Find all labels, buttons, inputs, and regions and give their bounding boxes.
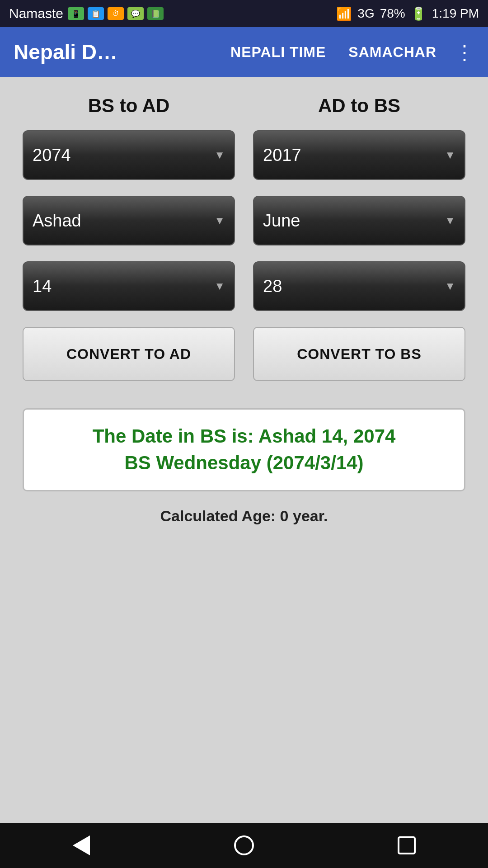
status-left: Namaste 📱 📋 ⏱ 💬 📗 <box>9 6 164 21</box>
battery-icon: 🔋 <box>411 6 427 21</box>
date-converter: BS to AD 2074 ▼ Ashad ▼ 14 ▼ CONVERT TO … <box>23 95 465 395</box>
header: Nepali D… NEPALI TIME SAMACHAR ⋮ <box>0 27 488 77</box>
bs-month-value: Ashad <box>33 211 81 231</box>
ad-year-arrow: ▼ <box>445 149 455 161</box>
status-icon-5: 📗 <box>147 7 164 20</box>
header-nav: NEPALI TIME SAMACHAR <box>230 44 436 61</box>
status-icon-3: ⏱ <box>108 7 124 20</box>
ad-to-bs-column: AD to BS 2017 ▼ June ▼ 28 ▼ CONVERT TO B… <box>253 95 465 395</box>
convert-to-ad-button[interactable]: CONVERT TO AD <box>23 327 235 381</box>
bs-to-ad-column: BS to AD 2074 ▼ Ashad ▼ 14 ▼ CONVERT TO … <box>23 95 235 395</box>
bs-month-arrow: ▼ <box>214 214 225 227</box>
bs-day-arrow: ▼ <box>214 280 225 292</box>
status-icons: 📱 📋 ⏱ 💬 📗 <box>68 7 164 20</box>
status-bar: Namaste 📱 📋 ⏱ 💬 📗 📶 3G 78% 🔋 1:19 PM <box>0 0 488 27</box>
calculated-age: Calculated Age: 0 year. <box>23 507 465 525</box>
home-button[interactable] <box>226 827 262 863</box>
bs-day-value: 14 <box>33 277 52 296</box>
result-box: The Date in BS is: Ashad 14, 2074BS Wedn… <box>23 408 465 491</box>
bs-day-dropdown[interactable]: 14 ▼ <box>23 261 235 311</box>
bs-year-arrow: ▼ <box>214 149 225 161</box>
status-icon-1: 📱 <box>68 7 84 20</box>
bottom-nav <box>0 823 488 868</box>
main-content: BS to AD 2074 ▼ Ashad ▼ 14 ▼ CONVERT TO … <box>0 77 488 823</box>
signal-text: 3G <box>357 6 374 21</box>
ad-to-bs-title: AD to BS <box>253 95 465 117</box>
back-icon <box>73 835 90 855</box>
home-icon <box>234 835 254 855</box>
nav-nepali-time[interactable]: NEPALI TIME <box>230 44 326 61</box>
recent-button[interactable] <box>389 827 425 863</box>
ad-year-dropdown[interactable]: 2017 ▼ <box>253 130 465 180</box>
ad-day-value: 28 <box>263 277 282 296</box>
result-text: The Date in BS is: Ashad 14, 2074BS Wedn… <box>35 423 453 476</box>
status-icon-4: 💬 <box>127 7 144 20</box>
bs-year-value: 2074 <box>33 146 71 165</box>
bs-year-dropdown[interactable]: 2074 ▼ <box>23 130 235 180</box>
ad-month-value: June <box>263 211 300 231</box>
wifi-icon: 📶 <box>336 6 352 21</box>
recent-icon <box>398 836 416 854</box>
status-right: 📶 3G 78% 🔋 1:19 PM <box>336 6 479 21</box>
ad-month-arrow: ▼ <box>445 214 455 227</box>
ad-day-arrow: ▼ <box>445 280 455 292</box>
ad-month-dropdown[interactable]: June ▼ <box>253 196 465 245</box>
ad-year-value: 2017 <box>263 146 301 165</box>
time-display: 1:19 PM <box>432 6 479 21</box>
menu-icon[interactable]: ⋮ <box>455 41 474 64</box>
convert-to-bs-button[interactable]: CONVERT TO BS <box>253 327 465 381</box>
bs-to-ad-title: BS to AD <box>23 95 235 117</box>
header-title: Nepali D… <box>14 40 212 64</box>
status-app-name: Namaste <box>9 6 63 21</box>
status-icon-2: 📋 <box>88 7 104 20</box>
nav-samachar[interactable]: SAMACHAR <box>348 44 436 61</box>
back-button[interactable] <box>63 827 99 863</box>
bs-month-dropdown[interactable]: Ashad ▼ <box>23 196 235 245</box>
battery-text: 78% <box>380 6 405 21</box>
ad-day-dropdown[interactable]: 28 ▼ <box>253 261 465 311</box>
